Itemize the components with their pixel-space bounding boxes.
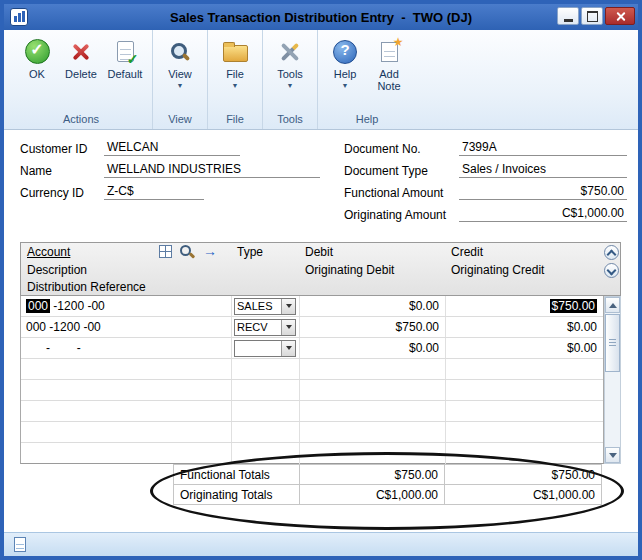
view-magnifier-icon	[169, 41, 191, 63]
title-bar: Sales Transaction Distribution Entry - T…	[4, 4, 638, 30]
minimize-button[interactable]	[557, 7, 579, 25]
grid-row-3[interactable]: - - $0.00 $0.00	[21, 338, 603, 359]
account-mask: - -	[26, 341, 81, 355]
grid-row-empty[interactable]	[21, 359, 603, 380]
toolbar-group-label-view: View	[158, 111, 202, 129]
delete-x-icon	[69, 40, 93, 64]
account-cell[interactable]: 000 -1200 -00	[21, 296, 232, 316]
add-note-button[interactable]: Add Note	[367, 35, 411, 95]
scrollbar-thumb[interactable]	[605, 314, 620, 372]
add-note-button-label: Add Note	[374, 68, 404, 92]
originating-debit-header: Originating Debit	[305, 263, 394, 277]
grid-vertical-scrollbar[interactable]	[604, 296, 621, 464]
type-value: RECV	[235, 320, 281, 335]
debit-cell[interactable]: $0.00	[300, 338, 446, 358]
default-button[interactable]: Default	[103, 35, 147, 83]
type-dropdown-arrow-icon[interactable]	[281, 341, 295, 356]
account-goto-arrow-icon[interactable]	[203, 244, 217, 258]
close-button[interactable]	[605, 7, 635, 25]
type-cell[interactable]: RECV	[232, 317, 300, 337]
delete-button[interactable]: Delete	[59, 35, 103, 83]
debit-cell[interactable]: $0.00	[300, 296, 446, 316]
account-cell[interactable]: 000 -1200 -00	[21, 317, 232, 337]
currency-id-field: Z-C$	[104, 183, 204, 200]
ok-button-label: OK	[29, 68, 45, 80]
tools-wrench-icon	[278, 40, 302, 64]
customer-id-label: Customer ID	[20, 142, 87, 156]
collapse-all-chevron-button[interactable]	[604, 245, 619, 260]
sales-transaction-distribution-entry-window: Sales Transaction Distribution Entry - T…	[0, 0, 642, 560]
originating-credit-header: Originating Credit	[451, 263, 544, 277]
functional-amount-field: $750.00	[459, 183, 627, 200]
tools-button-label: Tools	[277, 68, 303, 80]
totals-section: Functional Totals $750.00 $750.00 Origin…	[173, 464, 602, 505]
document-type-field: Sales / Invoices	[459, 161, 627, 178]
add-note-icon	[381, 42, 398, 62]
default-button-label: Default	[108, 68, 143, 80]
description-header: Description	[27, 263, 87, 277]
ok-button[interactable]: OK	[15, 35, 59, 83]
file-dropdown-arrow-icon	[232, 83, 239, 89]
account-rest: -1200 -00	[46, 320, 101, 334]
status-note-icon[interactable]	[14, 537, 26, 552]
grid-row-empty[interactable]	[21, 443, 603, 464]
debit-cell[interactable]: $750.00	[300, 317, 446, 337]
account-expansion-icon[interactable]	[159, 245, 172, 258]
grid-row-empty[interactable]	[21, 401, 603, 422]
type-dropdown[interactable]	[234, 340, 296, 357]
toolbar-group-label-actions: Actions	[15, 111, 147, 129]
name-field: WELLAND INDUSTRIES	[104, 161, 320, 178]
grid-row-1[interactable]: 000 -1200 -00 SALES $0.00 $750.00	[21, 296, 603, 317]
view-button-label: View	[168, 68, 192, 80]
tools-button[interactable]: Tools	[268, 35, 312, 92]
originating-debit-total: C$1,000.00	[299, 484, 445, 505]
type-cell[interactable]	[232, 338, 300, 358]
currency-id-label: Currency ID	[20, 186, 84, 200]
credit-cell[interactable]: $0.00	[446, 317, 603, 337]
document-no-label: Document No.	[344, 142, 421, 156]
view-dropdown-arrow-icon	[177, 83, 184, 89]
type-cell[interactable]: SALES	[232, 296, 300, 316]
account-header-link[interactable]: Account	[27, 245, 70, 259]
toolbar-group-view: View View	[153, 30, 208, 129]
scroll-down-arrow-icon[interactable]	[605, 447, 620, 463]
ok-icon	[25, 39, 50, 64]
grid-row-empty[interactable]	[21, 380, 603, 401]
toolbar-group-file: File File	[208, 30, 263, 129]
account-lookup-icon[interactable]	[179, 244, 194, 259]
functional-totals-row: Functional Totals $750.00 $750.00	[173, 464, 602, 485]
grid-row-2[interactable]: 000 -1200 -00 RECV $750.00 $0.00	[21, 317, 603, 338]
grid-body: 000 -1200 -00 SALES $0.00 $750.00 000 -1…	[20, 296, 604, 464]
help-button[interactable]: Help	[323, 35, 367, 92]
type-dropdown[interactable]: SALES	[234, 298, 296, 315]
delete-button-label: Delete	[65, 68, 97, 80]
expand-all-chevron-button[interactable]	[604, 263, 619, 278]
originating-amount-field: C$1,000.00	[459, 205, 627, 222]
file-folder-icon	[223, 45, 248, 62]
distribution-grid: Account Type Debit Credit Description Or…	[20, 242, 621, 506]
maximize-button[interactable]	[581, 7, 603, 25]
app-chart-icon	[10, 8, 28, 26]
credit-cell[interactable]: $0.00	[446, 338, 603, 358]
account-segment: 000	[26, 320, 46, 334]
view-button[interactable]: View	[158, 35, 202, 92]
document-no-field: 7399A	[459, 139, 627, 156]
account-segment-selected[interactable]: 000	[26, 299, 50, 313]
account-cell[interactable]: - -	[21, 338, 232, 358]
account-rest: -1200 -00	[50, 299, 105, 313]
type-dropdown[interactable]: RECV	[234, 319, 296, 336]
toolbar: OK Delete Default Actions View	[4, 30, 638, 130]
file-button[interactable]: File	[213, 35, 257, 92]
status-bar	[4, 532, 638, 556]
scroll-up-arrow-icon[interactable]	[605, 297, 620, 313]
debit-header: Debit	[305, 245, 333, 259]
credit-header: Credit	[451, 245, 483, 259]
customer-id-field: WELCAN	[104, 139, 240, 156]
type-dropdown-arrow-icon[interactable]	[281, 299, 295, 314]
originating-credit-total: C$1,000.00	[444, 484, 602, 505]
type-dropdown-arrow-icon[interactable]	[281, 320, 295, 335]
grid-row-empty[interactable]	[21, 422, 603, 443]
tools-dropdown-arrow-icon	[287, 83, 294, 89]
help-button-label: Help	[334, 68, 357, 80]
credit-cell[interactable]: $750.00	[446, 296, 603, 316]
